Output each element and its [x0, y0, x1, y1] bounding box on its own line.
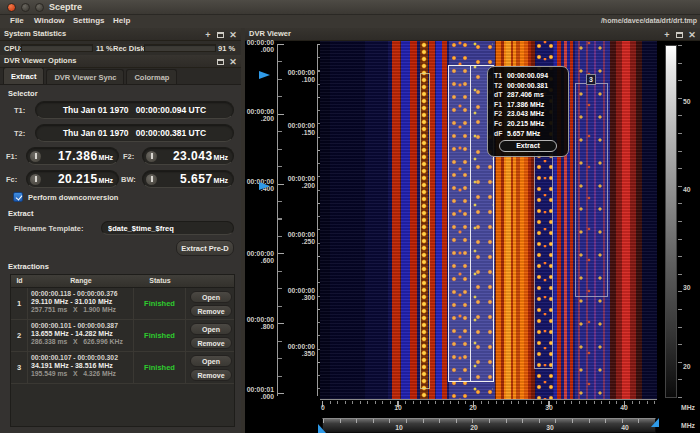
left-dock-area: System Statistics + ✕ CPU: 11 % Rec Disk…	[0, 28, 241, 433]
colorbar-tick-label: 40	[683, 186, 699, 193]
freq-range-start-marker[interactable]	[318, 424, 326, 433]
f2-unit: MHz	[214, 151, 228, 161]
f1-unit: MHz	[99, 151, 113, 161]
add-icon[interactable]: +	[662, 30, 672, 40]
remove-button[interactable]: Remove	[190, 305, 232, 317]
extraction-time-range: 00:00:00.118 - 00:00:00.376	[31, 290, 133, 297]
view-range-start-marker[interactable]	[259, 71, 270, 79]
tab-extract[interactable]: Extract	[3, 67, 44, 84]
table-row[interactable]: 1 00:00:00.118 - 00:00:00.376 29.110 MHz…	[11, 288, 234, 320]
tab-dvr-viewer-sync[interactable]: DVR Viewer Sync	[46, 69, 124, 84]
column-status: Status	[134, 277, 186, 284]
t2-field[interactable]: Thu Jan 01 1970 00:00:00.381 UTC	[35, 124, 234, 142]
f2-value: 23.043	[157, 149, 213, 163]
spin-handle-icon[interactable]	[146, 151, 157, 162]
time-tick-label: 00:00:00.800	[245, 316, 274, 330]
freq-tick-label: 20	[470, 424, 478, 431]
open-button[interactable]: Open	[190, 355, 232, 367]
extraction-3-tag: 3	[586, 74, 596, 85]
cpu-label: CPU:	[4, 44, 22, 53]
time-tick-label: 00:00:01.000	[245, 386, 274, 400]
downconversion-checkbox[interactable]	[13, 192, 23, 202]
view-range-end-marker[interactable]	[259, 182, 270, 190]
t1-label: T1:	[14, 106, 25, 115]
close-icon[interactable]: ✕	[228, 30, 238, 40]
freq-range-end-marker[interactable]	[651, 418, 659, 427]
tooltip-key: F2	[494, 109, 507, 119]
time-tick-label: 00:00:00.200	[283, 175, 315, 189]
f2-field[interactable]: 23.043 MHz	[142, 147, 234, 165]
remove-button[interactable]: Remove	[190, 337, 232, 349]
fc-field[interactable]: 20.215 MHz	[26, 170, 119, 188]
extraction-freq-range: 13.655 MHz - 14.282 MHz	[31, 330, 133, 337]
freq-tick-label: 0	[321, 404, 325, 411]
window-titlebar: Sceptre	[0, 0, 700, 15]
freq-axis-view	[320, 401, 657, 407]
colorbar-tick-label: 50	[683, 98, 699, 105]
bw-field[interactable]: 5.657 MHz	[142, 170, 234, 188]
close-icon[interactable]: ✕	[228, 57, 238, 67]
tooltip-extract-button[interactable]: Extract	[499, 140, 557, 152]
freq-axis-full[interactable]: 10 20 30 40	[322, 418, 656, 433]
extract-pre-d-button[interactable]: Extract Pre-D	[176, 240, 234, 256]
spin-handle-icon[interactable]	[146, 174, 157, 185]
colorbar	[665, 45, 677, 398]
float-window-icon[interactable]	[676, 32, 683, 38]
f1-field[interactable]: 17.386 MHz	[26, 147, 119, 165]
remove-button[interactable]: Remove	[190, 369, 232, 381]
time-tick-label: 00:00:00.150	[283, 122, 315, 136]
filename-template-label: Filename Template:	[14, 224, 83, 233]
filename-template-input[interactable]	[101, 221, 234, 235]
float-window-icon[interactable]	[217, 59, 224, 65]
freq-axis-unit: MHz	[681, 404, 695, 411]
colorbar-tick-label: 20	[683, 363, 699, 370]
window-close-button[interactable]	[7, 3, 16, 12]
table-row[interactable]: 3 00:00:00.107 - 00:00:00.302 34.191 MHz…	[11, 352, 234, 384]
extraction-actions: Open Remove	[186, 352, 236, 383]
close-icon[interactable]: ✕	[687, 30, 697, 40]
f1-label: F1:	[6, 152, 17, 161]
extraction-3-region[interactable]	[575, 83, 608, 297]
window-minimize-button[interactable]	[21, 3, 30, 12]
extraction-freq-range: 34.191 MHz - 38.516 MHz	[31, 362, 133, 369]
menu-window[interactable]: Window	[34, 16, 65, 25]
time-tick-label: 00:00:00.300	[283, 287, 315, 301]
open-button[interactable]: Open	[190, 291, 232, 303]
dvr-viewer-panel: DVR Viewer + ✕ 00:00:00.000 00:00:00.200…	[245, 28, 700, 433]
tooltip-value: 23.043 MHz	[507, 109, 544, 119]
open-button[interactable]: Open	[190, 323, 232, 335]
float-window-icon[interactable]	[217, 32, 224, 38]
spectrogram[interactable]: 3 T100:00:00.094 T200:00:00.381 dT287.40…	[320, 41, 657, 400]
menu-settings[interactable]: Settings	[73, 16, 105, 25]
add-icon[interactable]: +	[203, 30, 213, 40]
tab-colormap[interactable]: Colormap	[126, 69, 177, 84]
extractions-group-label: Extractions	[8, 262, 49, 271]
tooltip-value: 20.215 MHz	[507, 119, 544, 129]
extract-group-label: Extract	[8, 209, 33, 218]
extraction-span: 195.549 ms X 4.326 MHz	[31, 370, 133, 377]
extraction-id: 3	[11, 352, 28, 383]
system-statistics-title: System Statistics	[4, 29, 66, 38]
rec-disk-label: Rec Disk:	[113, 44, 147, 53]
spin-handle-icon[interactable]	[30, 174, 41, 185]
downconversion-row: Perform downconversion	[13, 192, 118, 202]
selection-center-line	[470, 66, 471, 381]
time-tick-label: 00:00:00.250	[283, 231, 315, 245]
menu-file[interactable]: File	[10, 16, 24, 25]
tooltip-value: 00:00:00.094	[507, 71, 548, 81]
table-row[interactable]: 2 00:00:00.101 - 00:00:00.387 13.655 MHz…	[11, 320, 234, 352]
extraction-2-region[interactable]	[420, 73, 430, 389]
freq-axis-full-ticks	[323, 419, 655, 423]
t1-field[interactable]: Thu Jan 01 1970 00:00:00.094 UTC	[35, 101, 234, 119]
time-tick-label: 00:00:00.600	[245, 250, 274, 264]
tooltip-key: dT	[494, 90, 507, 100]
window-maximize-button[interactable]	[35, 3, 44, 12]
menu-help[interactable]: Help	[113, 16, 130, 25]
extraction-id: 2	[11, 320, 28, 351]
spin-handle-icon[interactable]	[30, 151, 41, 162]
sceptre-window: Sceptre File Window Settings Help /home/…	[0, 0, 700, 433]
options-tabbar: Extract DVR Viewer Sync Colormap	[0, 68, 241, 85]
time-tick-label: 00:00:00.200	[245, 108, 274, 122]
status-badge: Finished	[134, 320, 186, 351]
dvr-viewer-header: DVR Viewer + ✕	[245, 28, 700, 41]
